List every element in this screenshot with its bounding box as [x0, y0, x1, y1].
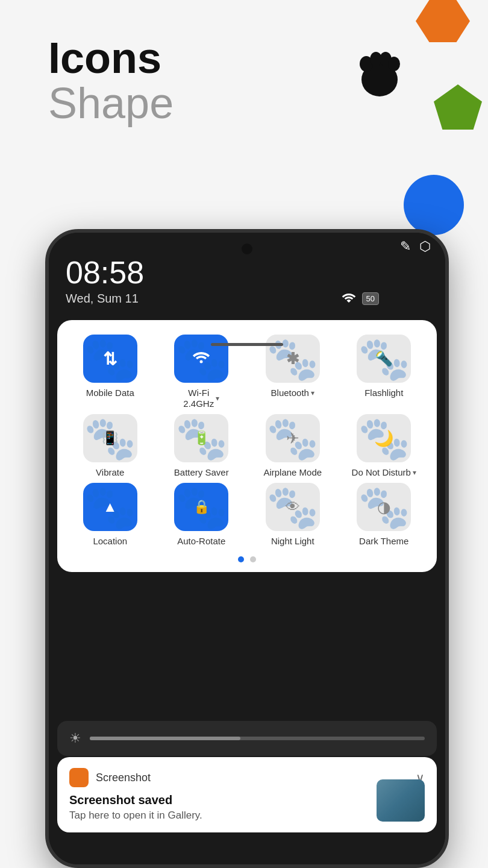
tile-vibrate[interactable]: 🐾 📳 Vibrate: [67, 414, 154, 478]
drag-handle: [211, 343, 283, 346]
deco-blue-shape: [404, 175, 464, 235]
tile-vibrate-label: Vibrate: [96, 467, 124, 478]
phone-mockup: ✎ ⬡ 08:58 Wed, Sum 11 50: [45, 229, 449, 868]
tile-dnd[interactable]: 🐾 🌙 Do Not Disturb ▾: [341, 414, 428, 478]
notif-title-row: Screenshot: [69, 768, 151, 787]
tile-flashlight-label: Flashlight: [364, 388, 403, 398]
notification-card[interactable]: Screenshot ∨ Screenshot saved Tap here t…: [57, 757, 437, 832]
brightness-slider[interactable]: ☀: [57, 721, 437, 756]
thumbnail-image: [377, 779, 425, 822]
tile-dnd-label: Do Not Disturb: [352, 467, 411, 478]
brightness-track[interactable]: [90, 737, 425, 740]
tile-airplane-label: Airplane Mode: [263, 467, 322, 478]
tile-bluetooth-label: Bluetooth: [271, 388, 309, 398]
tile-airplane-mode[interactable]: 🐾 ✈ Airplane Mode: [249, 414, 336, 478]
tile-night-light[interactable]: 🐾 👁 Night Light: [249, 483, 336, 547]
svg-point-4: [388, 57, 400, 71]
phone-screen: ✎ ⬡ 08:58 Wed, Sum 11 50: [49, 233, 445, 864]
notif-body-text: Tap here to open it in Gallery.: [69, 810, 425, 822]
page-dot-2: [250, 556, 256, 562]
notif-header: Screenshot ∨: [69, 768, 425, 787]
svg-point-5: [200, 360, 203, 363]
qs-row-2: 🐾 📳 Vibrate 🐾 🔋: [67, 414, 427, 478]
notification-thumbnail: [377, 779, 425, 822]
tile-mobile-data[interactable]: 🐾 ⇅ Mobile Data: [67, 335, 154, 409]
top-right-icons: ✎ ⬡: [400, 239, 431, 254]
header-area: Icons Shape: [48, 36, 174, 127]
qs-row-3: 🐾 ▲ Location 🐾 🔒: [67, 483, 427, 547]
tile-dark-theme-label: Dark Theme: [359, 536, 408, 547]
edit-icon[interactable]: ✎: [400, 239, 411, 254]
tile-battery-saver[interactable]: 🐾 🔋 Battery Saver: [158, 414, 245, 478]
tile-dark-theme[interactable]: 🐾 ◑ Dark Theme: [341, 483, 428, 547]
page-dots: [67, 556, 427, 562]
tile-wifi-label: Wi-Fi2.4GHz: [183, 388, 214, 409]
title-shape: Shape: [48, 80, 174, 127]
camera-notch: [242, 244, 252, 254]
page-dot-1: [238, 556, 244, 562]
screenshot-app-icon: [69, 768, 89, 787]
tile-auto-rotate[interactable]: 🐾 🔒 Auto-Rotate: [158, 483, 245, 547]
quick-settings-panel: 🐾 ⇅ Mobile Data 🐾: [57, 320, 437, 572]
brightness-fill: [90, 737, 240, 740]
deco-green-shape: [434, 84, 482, 130]
tile-location-label: Location: [93, 536, 127, 547]
settings-icon[interactable]: ⬡: [419, 239, 431, 254]
side-button-volume: [445, 401, 449, 462]
tile-auto-rotate-label: Auto-Rotate: [177, 536, 225, 547]
notif-body-title: Screenshot saved: [69, 793, 425, 807]
brightness-icon: ☀: [69, 731, 81, 746]
side-button-power: [445, 353, 449, 389]
notif-app-name: Screenshot: [96, 772, 151, 784]
deco-orange-shape: [416, 0, 470, 42]
date-text: Wed, Sum 11: [66, 292, 139, 306]
tile-location[interactable]: 🐾 ▲ Location: [67, 483, 154, 547]
battery-badge: 50: [362, 292, 379, 305]
tile-mobile-data-label: Mobile Data: [86, 388, 134, 398]
paw-icon-large: [349, 42, 410, 111]
wifi-icon: [342, 292, 356, 306]
tile-night-light-label: Night Light: [271, 536, 314, 547]
title-icons: Icons: [48, 36, 174, 80]
tile-flashlight[interactable]: 🐾 🔦 Flashlight: [341, 335, 428, 409]
tile-battery-saver-label: Battery Saver: [174, 467, 229, 478]
status-icons: 50: [342, 292, 379, 306]
time-display: 08:58: [66, 257, 379, 288]
